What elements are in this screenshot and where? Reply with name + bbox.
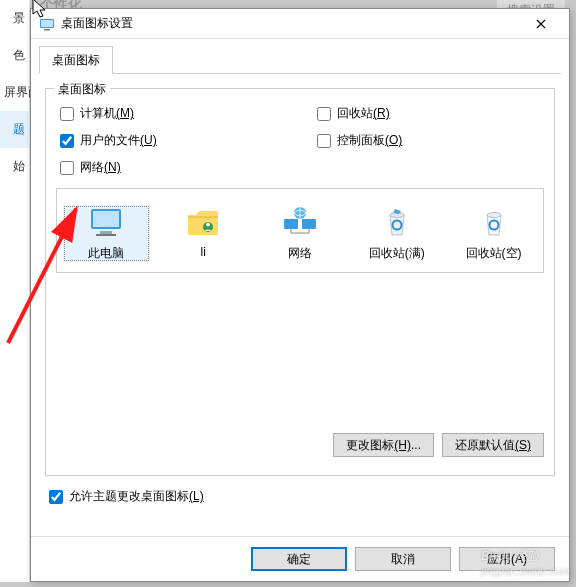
icon-label: 网络: [288, 245, 312, 262]
change-icon-button[interactable]: 更改图标(H)...: [333, 433, 434, 457]
checkbox-user-files[interactable]: 用户的文件(U): [60, 132, 287, 149]
background-sidebar: 景 色 屏界面 题 始: [0, 0, 30, 582]
recycle-full-icon: [378, 205, 416, 239]
hotkey: (N): [104, 160, 121, 174]
hotkey: (U): [140, 133, 157, 147]
user-folder-icon: [184, 205, 222, 239]
dialog-title: 桌面图标设置: [61, 15, 521, 32]
icon-user-folder[interactable]: li: [160, 205, 247, 262]
checkbox-label: 回收站: [337, 106, 373, 120]
checkbox-label: 允许主题更改桌面图标: [69, 489, 189, 503]
bg-item[interactable]: 题: [0, 111, 29, 148]
checkbox-label: 网络: [80, 160, 104, 174]
hotkey: (O): [385, 133, 402, 147]
icon-label: 此电脑: [88, 245, 124, 262]
close-button[interactable]: [521, 10, 561, 38]
recycle-empty-icon: [475, 205, 513, 239]
svg-rect-6: [96, 234, 116, 236]
tab-desktop-icons[interactable]: 桌面图标: [39, 46, 113, 74]
icon-network[interactable]: 网络: [257, 205, 344, 262]
icon-preview-list: 此电脑 li 网络 回收站(满) 回收站(空): [56, 188, 544, 273]
cancel-button[interactable]: 取消: [355, 547, 451, 571]
checkbox-computer[interactable]: 计算机(M): [60, 105, 287, 122]
groupbox-legend: 桌面图标: [54, 81, 110, 98]
hotkey: (M): [116, 106, 134, 120]
bg-item[interactable]: 色: [0, 37, 29, 74]
checkbox-input[interactable]: [317, 134, 331, 148]
icon-recycle-empty[interactable]: 回收站(空): [450, 205, 537, 262]
apply-button[interactable]: 应用(A): [459, 547, 555, 571]
system-icon: [39, 16, 55, 32]
checkbox-label: 控制面板: [337, 133, 385, 147]
titlebar: 桌面图标设置: [31, 9, 569, 39]
svg-rect-5: [100, 231, 112, 234]
ellipsis: ...: [411, 438, 421, 452]
desktop-icons-groupbox: 桌面图标 计算机(M) 回收站(R) 用户的文件(U) 控制面板(O): [45, 88, 555, 476]
tabstrip: 桌面图标: [31, 45, 569, 73]
checkbox-grid: 计算机(M) 回收站(R) 用户的文件(U) 控制面板(O) 网络(N): [60, 105, 544, 176]
icon-this-pc[interactable]: 此电脑: [63, 205, 150, 262]
desktop-icon-settings-dialog: 桌面图标设置 桌面图标 桌面图标 计算机(M) 回收站(R) 用户的文: [30, 8, 570, 582]
hotkey: (S): [515, 438, 531, 452]
pc-icon: [87, 205, 125, 239]
hotkey: (L): [189, 489, 204, 503]
checkbox-control-panel[interactable]: 控制面板(O): [317, 132, 544, 149]
checkbox-input[interactable]: [317, 107, 331, 121]
hotkey: (H): [394, 438, 411, 452]
svg-rect-1: [41, 20, 53, 27]
bg-item[interactable]: 始: [0, 148, 29, 185]
checkbox-network[interactable]: 网络(N): [60, 159, 287, 176]
ok-button[interactable]: 确定: [251, 547, 347, 571]
bg-item[interactable]: 景: [0, 0, 29, 37]
svg-rect-4: [93, 211, 119, 227]
bg-item[interactable]: 屏界面: [0, 74, 29, 111]
icon-label: 回收站(满): [369, 245, 425, 262]
checkbox-label: 用户的文件: [80, 133, 140, 147]
checkbox-input[interactable]: [60, 134, 74, 148]
icon-label: 回收站(空): [466, 245, 522, 262]
dialog-footer: 确定 取消 应用(A): [31, 536, 569, 581]
checkbox-input[interactable]: [49, 490, 63, 504]
checkbox-label: 计算机: [80, 106, 116, 120]
checkbox-allow-themes[interactable]: 允许主题更改桌面图标(L): [49, 488, 555, 505]
checkbox-recycle-bin[interactable]: 回收站(R): [317, 105, 544, 122]
svg-point-14: [487, 213, 501, 218]
svg-point-8: [206, 223, 210, 227]
spacer: [56, 273, 544, 423]
icon-action-row: 更改图标(H)... 还原默认值(S): [56, 433, 544, 457]
hotkey: (R): [373, 106, 390, 120]
button-label: 更改图标: [346, 437, 394, 454]
svg-rect-2: [44, 29, 50, 31]
checkbox-input[interactable]: [60, 107, 74, 121]
tab-content: 桌面图标 计算机(M) 回收站(R) 用户的文件(U) 控制面板(O): [31, 74, 569, 536]
svg-rect-9: [284, 219, 298, 229]
button-label: 还原默认值: [455, 437, 515, 454]
icon-recycle-full[interactable]: 回收站(满): [353, 205, 440, 262]
svg-rect-10: [302, 219, 316, 229]
checkbox-input[interactable]: [60, 161, 74, 175]
network-icon: [281, 205, 319, 239]
restore-defaults-button[interactable]: 还原默认值(S): [442, 433, 544, 457]
icon-label: li: [201, 245, 206, 259]
